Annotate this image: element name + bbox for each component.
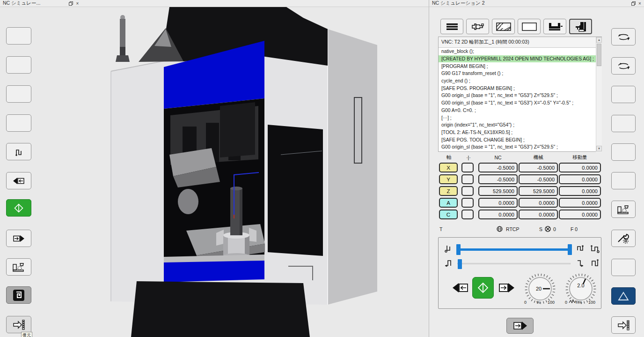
scrollbar-thumb[interactable] [597, 44, 601, 66]
axis-chip[interactable]: Y [439, 174, 458, 184]
jump-to-end-icon[interactable] [576, 244, 585, 254]
step-back-icon [12, 176, 25, 186]
axis-chip[interactable]: A [439, 198, 458, 208]
start-icon [14, 203, 24, 213]
settings-button[interactable] [611, 230, 636, 247]
spindle-value: 0 [553, 226, 556, 232]
axis-flag-box[interactable] [461, 198, 474, 208]
progress-slider-track[interactable] [457, 248, 571, 251]
axis-flag-box[interactable] [461, 186, 474, 196]
status-bar: T RTCP S 0 F 0 [438, 226, 602, 233]
right-tool-button-6[interactable] [611, 172, 636, 189]
view-fixture-button[interactable] [543, 19, 566, 34]
step-back-button[interactable] [6, 172, 31, 189]
restore-icon[interactable] [67, 0, 74, 6]
machine-3d-viewport[interactable] [0, 7, 429, 337]
view-stock-button[interactable] [492, 19, 515, 34]
machine-settings-button[interactable] [611, 201, 636, 218]
block-range-icon[interactable] [590, 244, 600, 254]
axis-chip[interactable]: X [439, 163, 458, 172]
export-movie-icon [617, 320, 630, 331]
progress-slider-handle-end[interactable] [568, 244, 572, 255]
scroll-up-icon[interactable]: ▲ [596, 37, 602, 43]
machine-settings-button[interactable] [6, 258, 31, 276]
right-tool-button-5[interactable] [611, 143, 636, 161]
progress-slider-handle-start[interactable] [456, 244, 461, 255]
tooltip: 復元 [21, 332, 32, 337]
axis-flag-box[interactable] [461, 163, 474, 172]
left-tool-button-1[interactable] [6, 27, 31, 45]
nc-code-line: [···] ; [439, 114, 596, 121]
axis-table-header-axis: 軸 [439, 154, 459, 161]
nc-code-line: native_block (); [439, 48, 596, 55]
single-block-back-icon[interactable] [443, 258, 453, 268]
axis-machine-value: 0.0000 [519, 198, 558, 208]
view-nc-code-button[interactable] [440, 19, 463, 34]
nc-code-line: [SAFE POS. TOOL CHANGE BEGIN] ; [439, 136, 596, 143]
nc-code-icon [445, 22, 459, 31]
rotate-a-axis-button[interactable] [611, 28, 636, 45]
speed-override-gauge[interactable]: 20 0 % 100 [521, 274, 559, 307]
machine-blue-band-bottom [164, 261, 264, 282]
nc-scrollbar[interactable]: ▲ ▼ [596, 37, 602, 152]
axis-row: Z 529.5000 529.5000 0.0000 [438, 186, 602, 196]
speed-slider-handle[interactable] [458, 259, 462, 269]
left-tool-button-4[interactable] [6, 114, 31, 132]
close-icon[interactable]: × [637, 0, 643, 6]
gauge-max: 100 [588, 300, 595, 305]
axis-machine-value: 529.5000 [519, 186, 558, 196]
close-icon[interactable]: × [74, 0, 80, 6]
export-movie-button-right[interactable] [611, 316, 636, 334]
nc-code-line: [SAFE POS. PROGRAM BEGIN] ; [439, 84, 596, 92]
record-spiral-button[interactable] [6, 286, 31, 304]
machine-base [131, 281, 310, 337]
gauge-min: 0 [524, 300, 527, 305]
axis-chip[interactable]: C [439, 210, 458, 219]
rotate-c-axis-button[interactable] [611, 57, 636, 75]
block-jump-icon[interactable] [590, 258, 600, 268]
left-window-title: NC シミュレー... [0, 0, 40, 7]
axis-chip[interactable]: Z [439, 186, 458, 196]
view-tool-button[interactable] [466, 19, 489, 34]
left-window-titlebar: NC シミュレー... × [0, 0, 429, 7]
jump-to-start-icon[interactable] [443, 244, 453, 254]
nc-program-header: VNC: T2 2D 輪郭加工_1 (時間 00:00:03) [439, 37, 596, 48]
right-window-titlebar: NC シミュレーション 2 × [429, 0, 644, 7]
speed-slider-track[interactable] [457, 263, 571, 264]
axis-machine-value: -0.5000 [519, 174, 558, 184]
step-into-button[interactable] [6, 143, 31, 160]
step-forward-button[interactable] [6, 230, 31, 247]
gauge-unit: F% [576, 300, 582, 305]
scroll-down-icon[interactable]: ▼ [596, 146, 602, 151]
nav-triangle-button[interactable] [611, 287, 636, 305]
tool-icon [470, 22, 485, 32]
feed-override-gauge[interactable]: 2.0 0 F% 100 [562, 274, 600, 307]
single-step-button[interactable] [506, 318, 534, 334]
view-workpiece-button[interactable] [518, 19, 541, 34]
single-block-forward-icon[interactable] [576, 258, 585, 268]
start-simulation-button[interactable] [472, 277, 494, 299]
workpiece [223, 232, 249, 259]
axis-flag-box[interactable] [461, 174, 474, 184]
step-forward-button[interactable] [497, 281, 515, 295]
machine-door-window [268, 125, 323, 256]
left-tool-button-2[interactable] [6, 56, 31, 74]
triangle-icon [618, 292, 629, 301]
machine-settings-icon [616, 204, 630, 215]
machine-settings-icon [12, 262, 26, 273]
start-simulation-button[interactable] [6, 199, 31, 217]
restore-icon[interactable] [630, 0, 637, 6]
step-back-button[interactable] [452, 281, 470, 295]
export-movie-button-left[interactable] [6, 316, 31, 333]
gauge-max: 100 [548, 300, 555, 305]
right-tool-button-9[interactable] [611, 259, 636, 276]
right-tool-button-4[interactable] [611, 115, 636, 132]
record-spiral-icon [13, 289, 25, 301]
left-window: NC シミュレー... × 復元 [0, 0, 429, 337]
right-tool-button-3[interactable] [611, 86, 636, 103]
axis-flag-box[interactable] [461, 210, 474, 219]
left-tool-button-3[interactable] [6, 85, 31, 103]
right-window: NC シミュレーション 2 × VNC: T2 2D 輪郭加工_1 (時間 00… [429, 0, 644, 337]
axis-row: A 0.0000 0.0000 0.0000 [438, 198, 602, 208]
view-machine-button[interactable] [569, 19, 592, 34]
